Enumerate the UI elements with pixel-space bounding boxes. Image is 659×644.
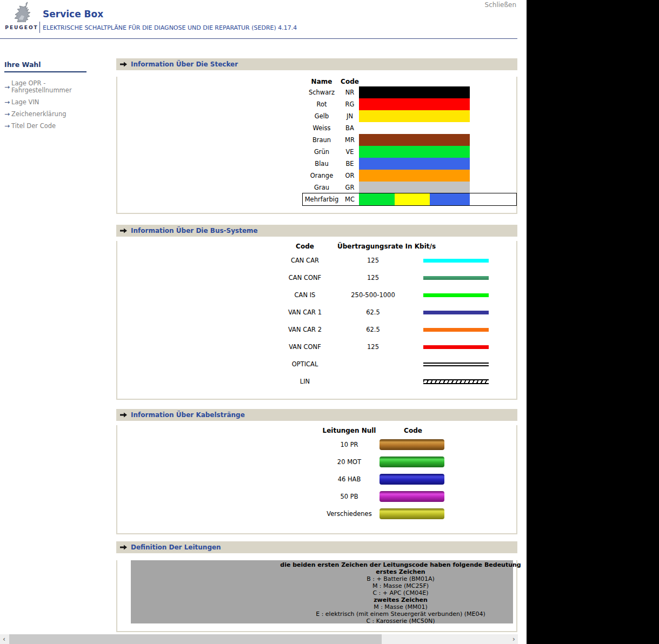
harness-label: 50 PB — [319, 493, 380, 500]
sidebar-item-label: Lage OPR - Fahrgestellnummer — [11, 80, 79, 94]
color-code: VE — [341, 148, 359, 156]
section-arrow-icon — [120, 412, 127, 418]
sidebar-item[interactable]: → Lage VIN — [4, 98, 116, 106]
color-swatch — [359, 134, 470, 146]
bus-code: LIN — [272, 378, 337, 385]
bus-line-swatch — [423, 363, 489, 366]
harness-cable-swatch — [380, 457, 444, 467]
column-header-code: Code — [272, 243, 337, 250]
bus-code: OPTICAL — [272, 360, 337, 368]
color-name: Orange — [303, 172, 341, 179]
scroll-right-arrow-icon[interactable]: › — [512, 635, 515, 643]
section-bus-body: Code Übertragungsrate In Kbit/s CAN CAR … — [116, 241, 517, 400]
column-header-leitungen: Leitungen Null — [319, 427, 380, 434]
color-swatch — [359, 122, 470, 134]
color-name: Schwarz — [303, 89, 341, 96]
harness-label: 46 HAB — [319, 475, 380, 483]
color-code: RG — [341, 100, 359, 108]
definition-line: E : elektrisch (mit einem Steuergerät ve… — [275, 611, 527, 618]
column-header-rate: Übertragungsrate In Kbit/s — [337, 243, 409, 250]
brand-name: PEUGEOT — [4, 25, 39, 30]
table-row: Gelb JN — [303, 110, 516, 122]
harness-cable-swatch — [380, 508, 444, 519]
column-header-code: Code — [341, 78, 359, 85]
color-swatch — [359, 170, 470, 182]
app-header: PEUGEOT Service Box ELEKTRISCHE SCHALTPL… — [0, 0, 527, 39]
table-header-row: Leitungen Null Code — [319, 425, 516, 436]
app-title: Service Box — [43, 9, 103, 19]
table-row: CAN CONF 125 — [272, 269, 516, 286]
sidebar-item[interactable]: → Lage OPR - Fahrgestellnummer — [4, 80, 116, 94]
harness-label: 10 PR — [319, 441, 380, 448]
bus-line-swatch — [423, 293, 489, 297]
section-title: Definition Der Leitungen — [131, 544, 221, 551]
section-kabel-header: Information Über Kabelstränge — [116, 409, 517, 421]
header-divider — [0, 38, 517, 39]
table-row: LIN — [272, 373, 516, 390]
table-row: VAN CAR 1 62.5 — [272, 304, 516, 321]
bus-system-table: Code Übertragungsrate In Kbit/s CAN CAR … — [272, 241, 516, 399]
sidebar-item-label: Lage VIN — [11, 99, 39, 106]
nav-arrow-icon: → — [4, 98, 10, 106]
table-row: 50 PB — [319, 488, 516, 505]
color-name: Mehrfarbig — [303, 196, 341, 203]
harness-label: 20 MOT — [319, 458, 380, 466]
column-header-name: Name — [303, 78, 341, 85]
section-bus-header: Information Über Die Bus-Systeme — [116, 225, 517, 237]
table-row: Schwarz NR — [303, 86, 516, 98]
table-row: Verschiedenes — [319, 505, 516, 522]
color-swatch — [359, 98, 470, 110]
bus-line-swatch — [423, 345, 489, 349]
harness-label: Verschiedenes — [319, 510, 380, 518]
harness-cable-swatch — [380, 491, 444, 502]
table-row: 20 MOT — [319, 453, 516, 471]
table-row: CAN IS 250-500-1000 — [272, 286, 516, 304]
color-swatch — [359, 182, 470, 193]
color-code: MC — [341, 196, 359, 203]
section-bus: Information Über Die Bus-Systeme Code Üb… — [116, 225, 517, 400]
section-arrow-icon — [120, 228, 127, 233]
table-row: Rot RG — [303, 98, 516, 110]
table-row: Blau BE — [303, 158, 516, 170]
bus-code: VAN CAR 2 — [272, 326, 337, 333]
table-row: Weiss BA — [303, 122, 516, 134]
table-row: 46 HAB — [319, 471, 516, 488]
content-area: Information Über Die Stecker Name Code S… — [116, 39, 517, 632]
table-header-row: Code Übertragungsrate In Kbit/s — [272, 241, 516, 252]
section-definition-body: die beiden ersten Zeichen der Leitungsco… — [116, 560, 517, 632]
section-arrow-icon — [120, 62, 127, 67]
bus-rate: 62.5 — [337, 308, 409, 316]
table-row: Grau GR — [303, 182, 516, 193]
sidebar-item[interactable]: → Titel Der Code — [4, 122, 116, 130]
section-kabel: Information Über Kabelstränge Leitungen … — [116, 409, 517, 534]
color-swatch — [359, 110, 470, 122]
sidebar-item-label: Titel Der Code — [11, 123, 56, 130]
section-stecker-body: Name Code Schwarz NR — [116, 77, 517, 214]
sidebar-item[interactable]: → Zeichenerklärung — [4, 110, 116, 118]
definition-line: M : Masse (MC25F) — [275, 582, 527, 589]
section-stecker: Information Über Die Stecker Name Code S… — [116, 58, 517, 214]
definition-line: M : Masse (MM01) — [275, 603, 527, 611]
nav-arrow-icon: → — [4, 110, 10, 118]
connector-color-table: Name Code Schwarz NR — [303, 77, 516, 213]
nav-arrow-icon: → — [4, 83, 10, 91]
color-code: BE — [341, 160, 359, 167]
scrollbar-thumb[interactable] — [9, 634, 382, 644]
horizontal-scrollbar[interactable]: ‹ › — [0, 634, 518, 644]
color-swatch — [359, 146, 470, 158]
main-layout: Ihre Wahl → Lage OPR - Fahrgestellnummer… — [0, 39, 527, 632]
color-code: MR — [341, 136, 359, 144]
bus-rate: 250-500-1000 — [337, 291, 409, 299]
harness-cable-swatch — [380, 439, 444, 450]
scroll-left-arrow-icon[interactable]: ‹ — [3, 635, 5, 643]
bus-line-swatch — [423, 379, 489, 384]
definition-line: B : + Batterie (BM01A) — [275, 575, 527, 582]
bus-code: VAN CAR 1 — [272, 308, 337, 316]
bus-code: CAN CAR — [272, 257, 337, 264]
color-name: Grau — [303, 184, 341, 191]
sidebar: Ihre Wahl → Lage OPR - Fahrgestellnummer… — [0, 39, 116, 632]
section-title: Information Über Die Bus-Systeme — [131, 227, 258, 234]
color-name: Braun — [303, 136, 341, 144]
peugeot-logo: PEUGEOT — [4, 2, 39, 30]
section-kabel-body: Leitungen Null Code 10 PR 20 MOT — [116, 425, 517, 534]
